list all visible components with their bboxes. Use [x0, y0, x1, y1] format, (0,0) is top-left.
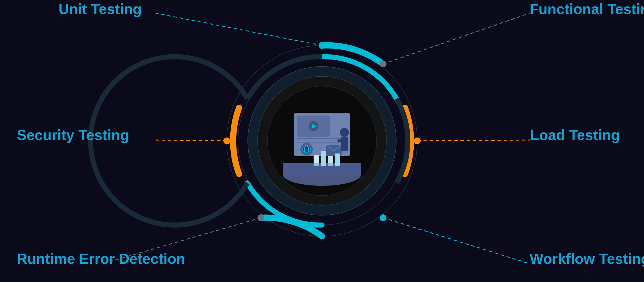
label-load-testing: Load Testing — [530, 127, 620, 143]
svg-rect-39 — [314, 155, 319, 163]
svg-point-29 — [303, 145, 311, 153]
svg-rect-26 — [297, 138, 347, 139]
svg-rect-38 — [335, 153, 340, 166]
svg-rect-36 — [321, 151, 326, 166]
diagram-svg: Unit Testing Functional Testing Security… — [0, 0, 644, 282]
label-workflow-testing: Workflow Testing — [530, 251, 644, 267]
label-functional-testing: Functional Testing — [530, 1, 644, 17]
svg-rect-40 — [328, 156, 333, 163]
svg-rect-33 — [341, 137, 348, 151]
svg-point-32 — [340, 128, 349, 137]
label-security-testing: Security Testing — [17, 127, 129, 143]
label-unit-testing: Unit Testing — [59, 1, 142, 17]
svg-rect-27 — [297, 142, 347, 143]
svg-rect-34 — [337, 139, 341, 142]
label-runtime-error: Runtime Error Detection — [17, 251, 185, 267]
